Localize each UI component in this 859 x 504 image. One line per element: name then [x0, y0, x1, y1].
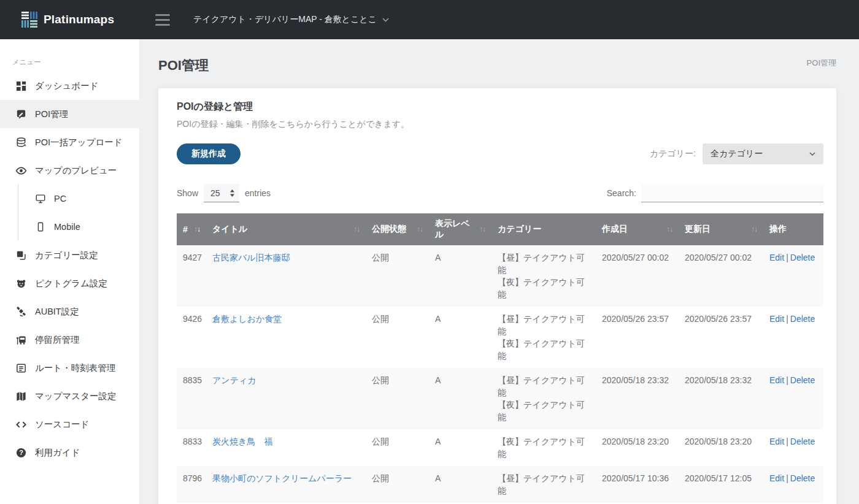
brand-name: Platinumaps — [44, 13, 114, 26]
poi-title-link[interactable]: 炭火焼き鳥 福 — [212, 437, 272, 446]
cell-id: 9427 — [177, 245, 206, 307]
delete-link[interactable]: Delete — [790, 437, 815, 446]
category-icon — [15, 250, 27, 261]
cell-updated: 2020/05/17 12:05 — [679, 466, 763, 503]
mobile-icon — [34, 221, 46, 233]
delete-link[interactable]: Delete — [790, 473, 815, 483]
create-new-button[interactable]: 新規作成 — [177, 143, 241, 164]
sidebar-item-label: PC — [54, 194, 66, 204]
cell-status: 公開 — [366, 368, 429, 429]
sidebar-item-label: POI一括アップロード — [35, 137, 123, 148]
sidebar-item-route-timetable[interactable]: ルート・時刻表管理 — [0, 354, 139, 382]
platinumaps-logo-icon — [21, 12, 37, 28]
hamburger-menu-icon[interactable] — [155, 14, 170, 26]
sort-icon: ↑↓ — [751, 226, 757, 233]
edit-link[interactable]: Edit — [769, 437, 784, 446]
dashboard-icon — [15, 80, 27, 92]
sidebar-item-label: 停留所管理 — [35, 334, 80, 346]
cell-level: A — [429, 368, 491, 429]
column-header-updated[interactable]: 更新日↑↓ — [679, 213, 763, 245]
main-content: POI管理 POI管理 POIの登録と管理 POIの登録・編集・削除をこちらから… — [139, 39, 859, 504]
eye-icon — [15, 165, 27, 177]
cell-created: 2020/05/18 23:20 — [596, 429, 679, 466]
search-input[interactable] — [641, 184, 823, 202]
column-header-level[interactable]: 表示レベル↑↓ — [429, 213, 491, 245]
map-selector[interactable]: テイクアウト・デリバリーMAP - 倉敷とことこ — [193, 14, 389, 25]
poi-title-link[interactable]: 果物小町のソフトクリームパーラー — [212, 473, 352, 483]
poi-title-link[interactable]: 古民家バル旧本藤邸 — [212, 253, 290, 262]
cell-status: 公開 — [366, 307, 429, 368]
sidebar-item-category-settings[interactable]: カテゴリー設定 — [0, 241, 139, 269]
brand: Platinumaps — [0, 12, 139, 28]
database-upload-icon — [15, 137, 27, 148]
page-length-select[interactable]: 25 — [204, 184, 239, 202]
sidebar-item-map-preview[interactable]: マップのプレビュー — [0, 156, 139, 185]
satellite-icon — [15, 306, 27, 318]
edit-link[interactable]: Edit — [769, 473, 784, 483]
sidebar-item-preview-pc[interactable]: PC — [18, 185, 139, 213]
sidebar-item-aubit-settings[interactable]: AUBIT設定 — [0, 297, 139, 326]
cell-updated: 2020/05/18 23:32 — [679, 368, 763, 429]
column-header-category: カテゴリー — [491, 213, 596, 245]
poi-title-link[interactable]: アンティカ — [212, 375, 256, 385]
category-filter-label: カテゴリー: — [650, 148, 696, 159]
sidebar-item-label: ダッシュボード — [35, 80, 99, 92]
sidebar-item-preview-mobile[interactable]: Mobile — [18, 213, 139, 241]
show-entries-suffix: entries — [245, 188, 271, 198]
sidebar-item-dashboard[interactable]: ダッシュボード — [0, 72, 139, 100]
sidebar-item-pictogram-settings[interactable]: ピクトグラム設定 — [0, 269, 139, 297]
chevron-down-icon — [382, 18, 389, 22]
map-master-icon — [15, 391, 27, 402]
sidebar-item-poi-manage[interactable]: POI管理 — [0, 100, 139, 128]
cell-updated: 2020/05/26 23:57 — [679, 307, 763, 368]
svg-text:?: ? — [19, 449, 23, 456]
show-entries-prefix: Show — [177, 188, 198, 198]
breadcrumb: POI管理 — [807, 58, 836, 69]
table-row: 8833 炭火焼き鳥 福 公開 A 【夜】テイクアウト可能 2020/05/18… — [177, 429, 823, 466]
edit-link[interactable]: Edit — [769, 253, 784, 262]
cell-level: A — [429, 245, 491, 307]
sidebar-item-label: Mobile — [54, 222, 80, 232]
sidebar-item-label: ピクトグラム設定 — [35, 278, 107, 289]
table-row: 8796 果物小町のソフトクリームパーラー 公開 A 【昼】テイクアウト可能 2… — [177, 466, 823, 503]
sidebar-item-bus-stop-manage[interactable]: 停留所管理 — [0, 326, 139, 354]
cell-status: 公開 — [366, 245, 429, 307]
sidebar-item-label: ルート・時刻表管理 — [35, 362, 115, 374]
poi-title-link[interactable]: 倉敷よしおか食堂 — [212, 314, 282, 324]
sort-icon: ↑↓ — [353, 226, 360, 233]
poi-manage-icon — [15, 109, 27, 120]
column-header-status[interactable]: 公開状態↑↓ — [366, 213, 429, 245]
delete-link[interactable]: Delete — [790, 314, 815, 324]
chevron-down-icon — [809, 152, 815, 156]
source-code-icon — [15, 419, 27, 430]
map-selector-label: テイクアウト・デリバリーMAP - 倉敷とことこ — [193, 14, 377, 25]
cell-created: 2020/05/26 23:57 — [596, 307, 679, 368]
column-header-id[interactable]: #↑↓ — [177, 213, 206, 245]
cell-level: A — [429, 466, 491, 503]
cell-created: 2020/05/17 10:36 — [596, 466, 679, 503]
column-header-created[interactable]: 作成日↑↓ — [596, 213, 679, 245]
delete-link[interactable]: Delete — [790, 375, 815, 385]
edit-link[interactable]: Edit — [769, 375, 784, 385]
edit-link[interactable]: Edit — [769, 314, 784, 324]
sidebar-item-label: マップマスター設定 — [35, 391, 117, 402]
sidebar-item-label: カテゴリー設定 — [35, 250, 98, 261]
cell-status: 公開 — [366, 466, 429, 503]
cell-status: 公開 — [366, 429, 429, 466]
sidebar-item-map-master-settings[interactable]: マップマスター設定 — [0, 382, 139, 410]
sort-icon: ↑↓ — [479, 226, 485, 233]
sidebar-item-user-guide[interactable]: ? 利用ガイド — [0, 438, 139, 467]
table-header-row: #↑↓ タイトル↑↓ 公開状態↑↓ 表示レベル↑↓ カテゴリー 作成日↑↓ 更新… — [177, 213, 823, 245]
category-filter-select[interactable]: 全カテゴリー — [703, 143, 823, 164]
sidebar-item-source-code[interactable]: ソースコード — [0, 410, 139, 438]
search-label: Search: — [607, 188, 636, 202]
column-header-title[interactable]: タイトル↑↓ — [206, 213, 366, 245]
delete-link[interactable]: Delete — [790, 253, 815, 262]
cell-level: A — [429, 307, 491, 368]
cell-category: 【昼】テイクアウト可能【夜】テイクアウト可能 — [491, 368, 596, 429]
card-heading: POIの登録と管理 — [177, 101, 823, 113]
sort-icon: ↑↓ — [194, 226, 200, 233]
page-length-value: 25 — [210, 188, 220, 198]
cell-updated: 2020/05/27 00:02 — [679, 245, 763, 307]
sidebar-item-poi-bulk-upload[interactable]: POI一括アップロード — [0, 128, 139, 156]
